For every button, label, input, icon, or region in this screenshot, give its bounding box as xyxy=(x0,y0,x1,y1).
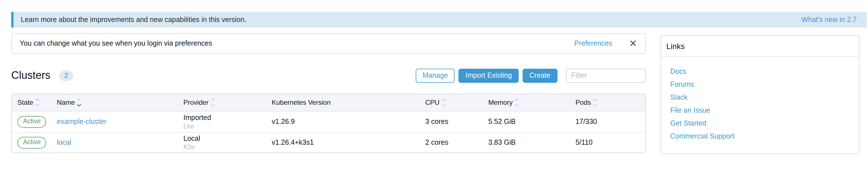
docs-link[interactable]: Docs xyxy=(670,67,686,75)
state-cell: Active xyxy=(18,137,57,149)
column-header-state[interactable]: State xyxy=(18,98,57,107)
preferences-link[interactable]: Preferences xyxy=(575,40,612,48)
cluster-link[interactable]: local xyxy=(57,139,71,147)
links-panel-title: Links xyxy=(666,42,685,51)
version-banner: Learn more about the improvements and ne… xyxy=(11,11,867,27)
links-panel: Links Docs Forums Slack File an Issue Ge… xyxy=(660,35,860,154)
manage-button[interactable]: Manage xyxy=(416,68,455,83)
page-title: Clusters xyxy=(11,69,50,82)
clusters-table: State Name Provider Kubernetes Version C… xyxy=(11,93,646,153)
provider-cell: Local K3s xyxy=(183,134,272,151)
kubernetes-version-cell: v1.26.9 xyxy=(272,118,425,126)
rancher-home-page: Learn more about the improvements and ne… xyxy=(0,0,868,174)
import-existing-button[interactable]: Import Existing xyxy=(459,68,519,83)
status-badge: Active xyxy=(18,137,46,149)
filter-input[interactable] xyxy=(566,68,646,83)
table-header-row: State Name Provider Kubernetes Version C… xyxy=(12,94,645,112)
provider-distro-label: Lke xyxy=(183,122,272,130)
cluster-link[interactable]: example-cluster xyxy=(57,118,106,126)
cluster-actions: Manage Import Existing Create xyxy=(416,68,646,83)
sort-icon xyxy=(211,99,214,106)
column-header-cpu[interactable]: CPU xyxy=(425,98,488,107)
list-item: Docs xyxy=(670,65,855,78)
get-started-link[interactable]: Get Started xyxy=(670,119,706,127)
sort-icon xyxy=(36,99,39,106)
list-item: Slack xyxy=(670,91,855,104)
column-header-memory[interactable]: Memory xyxy=(488,98,576,107)
kubernetes-version-cell: v1.26.4+k3s1 xyxy=(272,139,425,147)
list-item: Commercial Support xyxy=(670,129,855,142)
column-header-pods[interactable]: Pods xyxy=(576,98,639,107)
forums-link[interactable]: Forums xyxy=(670,80,694,88)
file-an-issue-link[interactable]: File an Issue xyxy=(670,106,710,114)
name-cell: local xyxy=(57,139,183,147)
column-header-provider[interactable]: Provider xyxy=(183,98,272,107)
table-row: Active local Local K3s v1.26.4+k3s1 2 co… xyxy=(12,132,645,153)
close-icon[interactable]: ✕ xyxy=(629,39,638,49)
clusters-header-row: Clusters 2 Manage Import Existing Create xyxy=(11,67,646,84)
sort-icon xyxy=(442,99,445,106)
preferences-banner: You can change what you see when you log… xyxy=(11,33,646,54)
whats-new-link[interactable]: What's new in 2.7 xyxy=(801,16,857,23)
links-list: Docs Forums Slack File an Issue Get Star… xyxy=(661,57,859,142)
status-badge: Active xyxy=(18,116,46,128)
version-banner-message: Learn more about the improvements and ne… xyxy=(21,16,246,23)
memory-cell: 5.52 GiB xyxy=(488,118,576,126)
sort-icon xyxy=(594,99,596,106)
pods-cell: 5/110 xyxy=(576,139,639,147)
state-cell: Active xyxy=(18,116,57,128)
provider-cell: Imported Lke xyxy=(183,113,272,130)
preferences-banner-message: You can change what you see when you log… xyxy=(20,40,575,48)
list-item: Forums xyxy=(670,78,855,91)
sort-icon xyxy=(78,99,81,106)
list-item: File an Issue xyxy=(670,104,855,117)
pods-cell: 17/330 xyxy=(576,118,639,126)
sort-icon xyxy=(516,99,518,106)
cpu-cell: 3 cores xyxy=(425,118,488,126)
slack-link[interactable]: Slack xyxy=(670,93,687,101)
list-item: Get Started xyxy=(670,117,855,129)
cpu-cell: 2 cores xyxy=(425,139,488,147)
commercial-support-link[interactable]: Commercial Support xyxy=(670,132,734,140)
name-cell: example-cluster xyxy=(57,118,183,126)
column-header-name[interactable]: Name xyxy=(57,98,183,107)
table-row: Active example-cluster Imported Lke v1.2… xyxy=(12,112,645,132)
links-panel-header: Links xyxy=(661,36,859,57)
cluster-count-badge: 2 xyxy=(59,70,73,81)
provider-distro-label: K3s xyxy=(183,143,272,151)
create-button[interactable]: Create xyxy=(523,68,557,83)
column-header-kubernetes-version: Kubernetes Version xyxy=(272,98,425,107)
memory-cell: 3.83 GiB xyxy=(488,139,576,147)
